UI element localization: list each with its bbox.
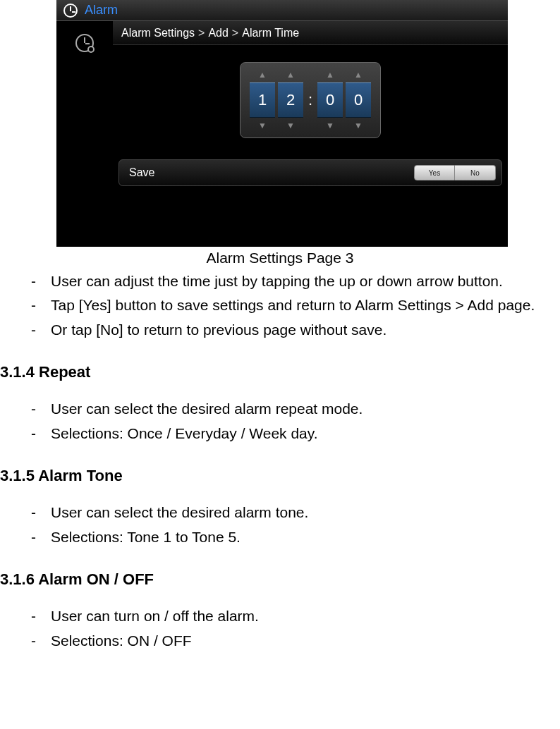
breadcrumb: Alarm Settings > Add > Alarm Time [113,21,508,45]
gear-icon [87,46,95,53]
picker-value: 1 [250,82,275,118]
header-title: Alarm [85,3,118,18]
figure-caption: Alarm Settings Page 3 [0,250,560,267]
section-heading-repeat: 3.1.4 Repeat [0,363,560,381]
arrow-up-icon[interactable]: ▲ [317,67,343,82]
bullet-list-tone: User can select the desired alarm tone. … [31,502,560,548]
breadcrumb-part-3: Alarm Time [242,27,299,39]
save-row: Save Yes No [118,159,502,186]
list-item: Tap [Yes] button to save settings and re… [31,295,560,316]
section-heading-onoff: 3.1.6 Alarm ON / OFF [0,570,560,589]
picker-col-hour-ones[interactable]: ▲ 2 ▼ [278,66,303,135]
arrow-up-icon[interactable]: ▲ [346,67,371,82]
bullet-list-repeat: User can select the desired alarm repeat… [31,398,560,444]
alarm-clock-icon [63,4,78,18]
no-button[interactable]: No [455,165,496,180]
arrow-down-icon[interactable]: ▼ [278,118,303,133]
picker-col-hour-tens[interactable]: ▲ 1 ▼ [250,66,275,135]
time-colon: : [305,66,316,135]
breadcrumb-separator: > [198,27,205,39]
bullet-list-onoff: User can turn on / off the alarm. Select… [31,606,560,651]
section-heading-tone: 3.1.5 Alarm Tone [0,467,560,485]
breadcrumb-separator: > [232,27,238,39]
time-picker[interactable]: ▲ 1 ▼ ▲ 2 ▼ : ▲ 0 ▼ ▲ 0 ▼ [240,62,381,138]
list-item: User can select the desired alarm tone. [31,502,560,523]
bullet-list-1: User can adjust the time just by tapping… [31,271,560,341]
breadcrumb-part-1: Alarm Settings [121,27,195,39]
arrow-up-icon[interactable]: ▲ [278,67,303,82]
arrow-up-icon[interactable]: ▲ [250,67,275,82]
alarm-settings-icon[interactable] [75,34,94,52]
arrow-down-icon[interactable]: ▼ [346,118,371,133]
picker-value: 0 [346,82,371,118]
list-item: User can adjust the time just by tapping… [31,271,560,292]
list-item: Selections: Tone 1 to Tone 5. [31,527,560,548]
arrow-down-icon[interactable]: ▼ [317,118,343,133]
list-item: Selections: ON / OFF [31,630,560,651]
screenshot-main: Alarm Settings > Add > Alarm Time ▲ 1 ▼ … [113,21,508,247]
save-label: Save [129,166,154,179]
yes-button[interactable]: Yes [414,165,455,180]
breadcrumb-part-2: Add [208,27,228,39]
list-item: User can select the desired alarm repeat… [31,398,560,419]
picker-col-min-ones[interactable]: ▲ 0 ▼ [346,66,371,135]
picker-value: 0 [317,82,343,118]
picker-value: 2 [278,82,303,118]
list-item: Or tap [No] to return to previous page w… [31,319,560,341]
alarm-settings-screenshot: Alarm Alarm Settings > Add > Alarm Time … [56,0,508,247]
arrow-down-icon[interactable]: ▼ [250,118,275,133]
list-item: User can turn on / off the alarm. [31,606,560,627]
list-item: Selections: Once / Everyday / Week day. [31,423,560,444]
screenshot-sidebar [56,21,113,247]
screenshot-header: Alarm [56,0,508,21]
save-buttons: Yes No [414,165,496,180]
picker-col-min-tens[interactable]: ▲ 0 ▼ [317,66,343,135]
